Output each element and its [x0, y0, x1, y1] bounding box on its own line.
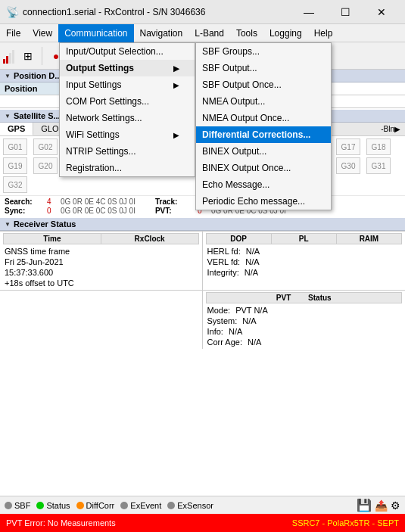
- corr-age-row: Corr Age: N/A: [206, 337, 403, 347]
- position-triangle: ▼: [5, 73, 11, 79]
- menu-lband[interactable]: L-Band: [188, 24, 230, 42]
- system-row: System: N/A: [206, 316, 403, 326]
- verl-row: VERL fd: N/A: [206, 257, 403, 267]
- device-info: SSRC7 - PolaRx5TR - SEPT: [292, 518, 399, 527]
- menu-help[interactable]: Help: [308, 24, 339, 42]
- title-bar: 📡 connection1.serial - RxControl - S/N 3…: [0, 0, 405, 24]
- close-button[interactable]: ✕: [364, 0, 399, 24]
- info-value: N/A: [229, 327, 242, 336]
- status-indicator: Status: [36, 501, 70, 510]
- menu-view[interactable]: View: [26, 24, 58, 42]
- sat-G32: G32: [3, 176, 27, 193]
- position-section-title: Position D...: [14, 71, 62, 80]
- status-label: Status: [46, 501, 70, 510]
- binex-output-item[interactable]: BINEX Output...: [196, 143, 331, 160]
- time-col-header: Time: [3, 233, 101, 244]
- io-selection-item[interactable]: Input/Output Selection...: [60, 43, 195, 60]
- status-bar: SBF Status DiffCorr ExEvent ExSensor 💾 📤…: [0, 496, 405, 514]
- receiver-left-panel: Time RxClock GNSS time frame Fri 25-Jun-…: [0, 232, 203, 290]
- nmea-output-item[interactable]: NMEA Output...: [196, 93, 331, 110]
- diffcorr-indicator: DiffCorr: [76, 501, 115, 510]
- gnss-offset: +18s offset to UTC: [3, 278, 199, 288]
- receiver-status-header: ▼ Receiver Status: [0, 218, 405, 231]
- sync-count: 0: [47, 207, 56, 215]
- receiver-right-panel: DOP PL RAIM HERL fd: N/A VERL fd: N/A In…: [203, 232, 406, 290]
- system-value: N/A: [242, 316, 256, 325]
- com-port-item[interactable]: COM Port Settings...: [60, 93, 195, 110]
- maximize-button[interactable]: ☐: [328, 0, 363, 24]
- diffcorr-dot: [76, 502, 84, 509]
- exsensor-dot: [167, 502, 175, 509]
- sat-G18: G18: [366, 138, 391, 155]
- sbf-output-item[interactable]: SBF Output...: [196, 60, 331, 76]
- rxclock-col-header: RxClock: [101, 233, 199, 244]
- pvt-mode-row: Mode: PVT N/A: [206, 305, 403, 316]
- sbf-output-once-item[interactable]: SBF Output Once...: [196, 76, 331, 93]
- satellite-triangle: ▼: [5, 113, 11, 120]
- menu-file[interactable]: File: [0, 24, 26, 42]
- menu-navigation[interactable]: Navigation: [134, 24, 189, 42]
- network-item[interactable]: Network Settings...: [60, 110, 195, 126]
- search-count: 4: [47, 198, 56, 206]
- receiver-status-grid: Time RxClock GNSS time frame Fri 25-Jun-…: [0, 231, 405, 290]
- receiver-status-title: Receiver Status: [14, 219, 76, 229]
- settings-status-icon[interactable]: ⚙: [391, 499, 400, 512]
- output-settings-item[interactable]: Output Settings ▶: [60, 60, 195, 76]
- tab-gps[interactable]: GPS: [0, 123, 33, 135]
- sbf-indicator: SBF: [5, 501, 30, 510]
- exevent-indicator: ExEvent: [120, 501, 161, 510]
- integrity-value: N/A: [245, 268, 258, 277]
- input-settings-item[interactable]: Input Settings ▶: [60, 76, 195, 93]
- status-bar-icons: 💾 📤 ⚙: [357, 498, 400, 512]
- echo-message-item[interactable]: Echo Message...: [196, 176, 331, 193]
- receiver-triangle: ▼: [5, 221, 11, 228]
- status-dot: [36, 502, 44, 509]
- exevent-label: ExEvent: [130, 501, 161, 510]
- diff-corrections-item[interactable]: Differential Corrections...: [196, 126, 331, 143]
- herl-row: HERL fd: N/A: [206, 246, 403, 257]
- pvt-mode-label: Mode:: [207, 306, 231, 315]
- communication-dropdown: Input/Output Selection... Output Setting…: [59, 42, 195, 177]
- dop-col-header: DOP: [206, 233, 272, 244]
- gnss-time-frame: GNSS time frame: [3, 246, 199, 257]
- satellite-section-title: Satellite S...: [14, 111, 61, 120]
- menu-logging[interactable]: Logging: [263, 24, 308, 42]
- right-col-headers: DOP PL RAIM: [206, 233, 403, 244]
- menu-bar: File View Communication Navigation L-Ban…: [0, 24, 405, 42]
- app-icon: 📡: [6, 6, 18, 18]
- registration-item[interactable]: Registration...: [60, 160, 195, 176]
- menu-communication[interactable]: Communication: [58, 24, 133, 42]
- grid-view-button[interactable]: ⊞: [17, 45, 39, 67]
- minimize-button[interactable]: —: [291, 0, 326, 24]
- periodic-echo-item[interactable]: Periodic Echo message...: [196, 193, 331, 210]
- corr-age-value: N/A: [248, 338, 261, 347]
- window-title: connection1.serial - RxControl - S/N 304…: [23, 7, 291, 17]
- pl-col-header: PL: [272, 233, 337, 244]
- sat-G20: G20: [33, 157, 58, 174]
- system-label: System:: [207, 316, 238, 325]
- integrity-label: Integrity:: [207, 268, 239, 277]
- pvt-left-empty: [0, 291, 203, 349]
- save-icon[interactable]: 💾: [357, 498, 372, 512]
- ntrip-item[interactable]: NTRIP Settings...: [60, 143, 195, 160]
- left-col-headers: Time RxClock: [3, 233, 199, 244]
- binex-output-once-item[interactable]: BINEX Output Once...: [196, 160, 331, 176]
- sbf-label: SBF: [14, 501, 30, 510]
- sbf-groups-item[interactable]: SBF Groups...: [196, 43, 331, 60]
- signal-strength-icon: [3, 48, 14, 64]
- window-controls: — ☐ ✕: [291, 0, 399, 24]
- sat-G01: G01: [3, 138, 27, 155]
- pvt-mode-value: PVT N/A: [235, 306, 268, 315]
- satellite-extra-button[interactable]: -Bln▶: [376, 123, 405, 135]
- exsensor-label: ExSensor: [177, 501, 213, 510]
- verl-value: N/A: [245, 257, 259, 266]
- nmea-output-once-item[interactable]: NMEA Output Once...: [196, 110, 331, 126]
- menu-tools[interactable]: Tools: [230, 24, 263, 42]
- wifi-item[interactable]: WiFi Settings ▶: [60, 126, 195, 143]
- upload-icon[interactable]: 📤: [375, 499, 388, 512]
- output-settings-dropdown: SBF Groups... SBF Output... SBF Output O…: [195, 42, 332, 210]
- error-message: PVT Error: No Measurements: [6, 518, 116, 527]
- info-row: Info: N/A: [206, 326, 403, 337]
- sync-codes: 0G 0R 0E 0C 0S 0J 0I: [61, 207, 136, 215]
- herl-value: N/A: [246, 247, 260, 256]
